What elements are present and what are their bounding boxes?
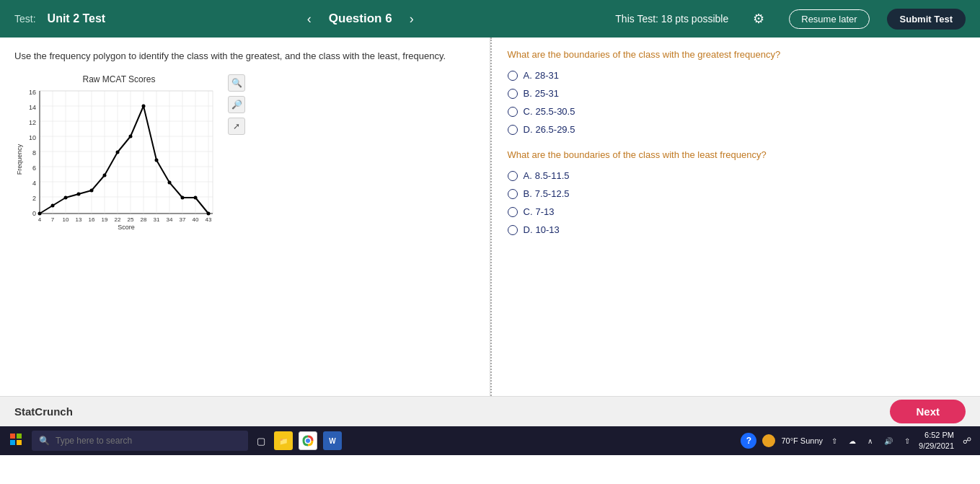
svg-point-51 [64,195,68,199]
svg-point-50 [51,203,55,207]
svg-point-60 [181,195,185,199]
svg-rect-65 [10,440,15,445]
q2-option-d[interactable]: D. 10-13 [508,224,963,235]
q2-header: What are the boundaries of the class wit… [508,149,963,160]
svg-text:22: 22 [115,216,121,223]
q1-option-b[interactable]: B. 25-31 [508,88,963,99]
svg-point-62 [207,211,211,215]
q2-option-b[interactable]: B. 7.5-12.5 [508,188,963,199]
statcrunch-footer: StatCrunch Next [0,396,980,426]
svg-text:2: 2 [32,195,36,202]
cloud-icon[interactable]: ☁ [846,436,859,446]
export-button[interactable]: ➚ [228,118,245,135]
word-icon[interactable]: W [323,431,342,450]
svg-point-58 [155,158,159,162]
svg-point-57 [142,104,146,107]
question-label: Question 6 [329,12,392,26]
resume-later-button[interactable]: Resume later [789,9,869,29]
help-button[interactable]: ? [741,433,756,449]
svg-point-69 [306,439,310,443]
svg-point-53 [90,188,94,192]
svg-text:31: 31 [154,216,160,223]
q1-header: What are the boundaries of the class wit… [508,49,963,60]
svg-text:0: 0 [32,210,36,217]
file-explorer-icon[interactable]: 📁 [274,431,293,450]
chrome-icon[interactable] [299,431,317,450]
next-question-button[interactable]: › [404,9,420,30]
svg-text:43: 43 [206,216,212,223]
zoom-out-button[interactable]: 🔎 [228,96,245,113]
notification-button[interactable]: ☍ [960,434,974,447]
svg-point-59 [168,180,172,184]
q2-radio-c[interactable] [508,207,518,217]
network-icon[interactable]: ⇧ [829,436,840,446]
settings-button[interactable]: ⚙ [747,8,770,30]
taskbar-overflow-icon[interactable]: ∧ [865,436,875,446]
taskbar-search-box[interactable]: 🔍 [32,431,248,451]
prev-question-button[interactable]: ‹ [301,9,317,30]
svg-text:12: 12 [29,119,36,126]
test-name: Unit 2 Test [48,12,106,25]
svg-rect-64 [17,434,22,439]
taskbar-time-display: 6:52 PM [919,430,954,441]
svg-text:10: 10 [29,134,36,141]
task-view-button[interactable]: ▢ [254,434,268,448]
volume-icon[interactable]: 🔊 [881,436,896,446]
svg-text:16: 16 [89,216,95,223]
system-tray: ? 70°F Sunny ⇧ ☁ ∧ 🔊 ⇧ 6:52 PM 9/29/2021… [741,430,974,452]
statcrunch-label: StatCrunch [14,405,73,418]
start-button[interactable] [6,432,26,450]
svg-text:19: 19 [102,216,108,223]
chart-icons: 🔍 🔎 ➚ [228,74,245,135]
svg-point-55 [116,150,120,154]
q1-option-a[interactable]: A. 28-31 [508,70,963,81]
q1-radio-b[interactable] [508,89,518,99]
next-button[interactable]: Next [890,400,966,423]
zoom-in-button[interactable]: 🔍 [228,74,245,92]
q1-radio-d[interactable] [508,125,518,135]
svg-point-52 [77,192,81,195]
taskbar-date-display: 9/29/2021 [919,441,954,452]
q2-option-c[interactable]: C. 7-13 [508,206,963,217]
svg-text:25: 25 [128,216,134,223]
q1-option-d[interactable]: D. 26.5-29.5 [508,124,963,135]
chart-container: Raw MCAT Scores 🔍 🔎 ➚ [14,74,224,232]
pts-label: This Test: 18 pts possible [615,13,728,25]
weather-text: 70°F Sunny [781,436,823,445]
q2-radio-d[interactable] [508,225,518,235]
svg-text:Frequency: Frequency [16,144,23,175]
q1-radio-c[interactable] [508,107,518,117]
right-panel: What are the boundaries of the class wit… [490,38,981,396]
svg-point-61 [194,195,198,199]
svg-text:13: 13 [76,216,82,223]
svg-text:4: 4 [38,216,42,223]
q2-option-a[interactable]: A. 8.5-11.5 [508,170,963,181]
svg-text:10: 10 [63,216,69,223]
svg-text:34: 34 [167,216,173,223]
q2-radio-b[interactable] [508,189,518,199]
q1-radio-a[interactable] [508,71,518,81]
left-panel: Use the frequency polygon to identify th… [0,38,490,396]
q2-options-list: A. 8.5-11.5 B. 7.5-12.5 C. 7-13 D. 10-13 [508,170,963,235]
svg-text:37: 37 [180,216,186,223]
taskbar-datetime: 6:52 PM 9/29/2021 [919,430,954,452]
chart-title: Raw MCAT Scores [14,74,224,84]
svg-text:6: 6 [32,164,36,172]
svg-text:Score: Score [118,224,135,231]
search-input[interactable] [56,436,241,446]
submit-test-button[interactable]: Submit Test [887,9,966,30]
q1-options-list: A. 28-31 B. 25-31 C. 25.5-30.5 D. 26.5-2… [508,70,963,135]
panel-divider [490,38,492,396]
svg-text:7: 7 [51,216,55,223]
svg-rect-66 [17,440,22,445]
q2-radio-a[interactable] [508,171,518,181]
svg-point-49 [38,211,42,215]
taskbar: 🔍 ▢ 📁 W ? 70°F Sunny ⇧ ☁ ∧ 🔊 ⇧ [0,426,980,455]
svg-text:40: 40 [193,216,199,223]
svg-point-56 [129,134,133,138]
wifi-icon[interactable]: ⇧ [901,436,913,446]
question-instruction: Use the frequency polygon to identify th… [14,49,475,63]
svg-text:14: 14 [29,104,36,111]
q1-option-c[interactable]: C. 25.5-30.5 [508,106,963,117]
frequency-polygon-chart: 0 2 4 6 8 10 12 14 16 Frequency 4 7 10 1… [14,87,224,232]
